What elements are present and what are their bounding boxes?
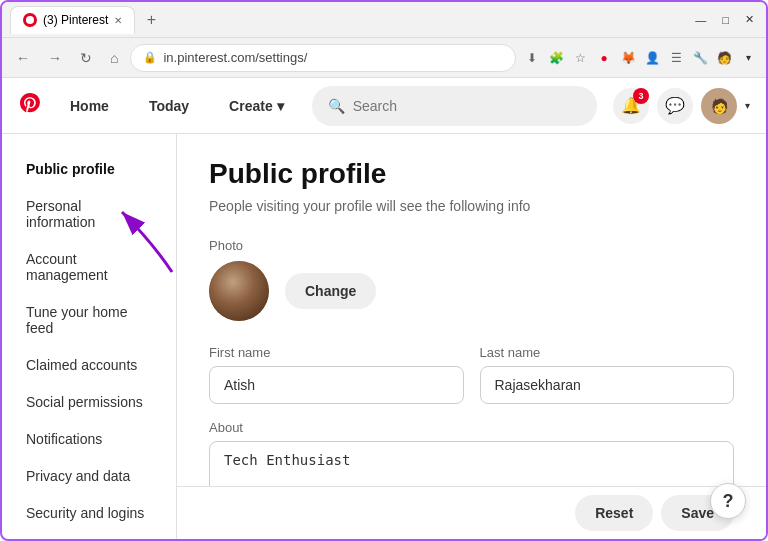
search-input[interactable] — [353, 98, 581, 114]
window-controls: — □ ✕ — [691, 11, 758, 28]
name-form-row: First name Last name — [209, 345, 734, 404]
search-icon: 🔍 — [328, 98, 345, 114]
help-button[interactable]: ? — [710, 483, 746, 519]
tab-favicon — [23, 13, 37, 27]
create-chevron-icon: ▾ — [277, 98, 284, 114]
pinterest-logo[interactable] — [18, 91, 42, 121]
page-title: Public profile — [209, 158, 734, 190]
sidebar-item-claimed-accounts[interactable]: Claimed accounts — [10, 347, 168, 383]
sidebar-item-security-and-logins[interactable]: Security and logins — [10, 495, 168, 531]
puzzle-icon[interactable]: 🔧 — [690, 48, 710, 68]
refresh-button[interactable]: ↻ — [74, 46, 98, 70]
profile-avatar-image — [209, 261, 269, 321]
tab-area: (3) Pinterest ✕ + — [10, 6, 683, 34]
tab-title: (3) Pinterest — [43, 13, 108, 27]
tab-favicon-inner — [26, 16, 34, 24]
account-chevron-icon[interactable]: ▾ — [745, 100, 750, 111]
lock-icon: 🔒 — [143, 51, 157, 64]
about-textarea[interactable]: Tech Enthusiast — [209, 441, 734, 486]
address-bar-icons: ⬇ 🧩 ☆ ● 🦊 👤 ☰ 🔧 🧑 ▾ — [522, 48, 758, 68]
create-nav-button[interactable]: Create ▾ — [217, 90, 296, 122]
about-label: About — [209, 420, 734, 435]
last-name-group: Last name — [480, 345, 735, 404]
tab-close-button[interactable]: ✕ — [114, 15, 122, 26]
back-button[interactable]: ← — [10, 46, 36, 70]
pocket-icon[interactable]: ● — [594, 48, 614, 68]
create-label: Create — [229, 98, 273, 114]
photo-row: Change — [209, 261, 734, 321]
about-group: About Tech Enthusiast — [209, 420, 734, 486]
url-text: in.pinterest.com/settings/ — [163, 50, 503, 65]
address-bar: ← → ↻ ⌂ 🔒 in.pinterest.com/settings/ ⬇ 🧩… — [2, 38, 766, 78]
maximize-button[interactable]: □ — [718, 12, 733, 28]
forward-button[interactable]: → — [42, 46, 68, 70]
sidebar-item-personal-information[interactable]: Personal information — [10, 188, 168, 240]
messages-button[interactable]: 💬 — [657, 88, 693, 124]
sidebar-item-public-profile[interactable]: Public profile — [10, 151, 168, 187]
url-bar[interactable]: 🔒 in.pinterest.com/settings/ — [130, 44, 516, 72]
close-button[interactable]: ✕ — [741, 11, 758, 28]
last-name-input[interactable] — [480, 366, 735, 404]
user-avatar[interactable]: 🧑 — [701, 88, 737, 124]
active-tab[interactable]: (3) Pinterest ✕ — [10, 6, 135, 34]
photo-label: Photo — [209, 238, 734, 253]
new-tab-button[interactable]: + — [139, 8, 163, 32]
minimize-button[interactable]: — — [691, 12, 710, 28]
star-icon[interactable]: ☆ — [570, 48, 590, 68]
pinterest-nav: Home Today Create ▾ 🔍 🔔 3 💬 🧑 ▾ — [2, 78, 766, 134]
reset-button[interactable]: Reset — [575, 495, 653, 531]
content-area: Public profile People visiting your prof… — [177, 134, 766, 486]
first-name-group: First name — [209, 345, 464, 404]
first-name-label: First name — [209, 345, 464, 360]
firefox-icon[interactable]: 🦊 — [618, 48, 638, 68]
content-wrapper: Public profile People visiting your prof… — [177, 134, 766, 539]
sidebar-item-social-permissions[interactable]: Social permissions — [10, 384, 168, 420]
title-bar: (3) Pinterest ✕ + — □ ✕ — [2, 2, 766, 38]
today-nav-link[interactable]: Today — [137, 90, 201, 122]
sidebar-item-privacy-and-data[interactable]: Privacy and data — [10, 458, 168, 494]
notifications-button[interactable]: 🔔 3 — [613, 88, 649, 124]
footer-bar: Reset Save — [177, 486, 766, 539]
download-icon[interactable]: ⬇ — [522, 48, 542, 68]
search-bar[interactable]: 🔍 — [312, 86, 597, 126]
nav-right-icons: 🔔 3 💬 🧑 ▾ — [613, 88, 750, 124]
notification-badge: 3 — [633, 88, 649, 104]
change-photo-button[interactable]: Change — [285, 273, 376, 309]
menu-icon[interactable]: ☰ — [666, 48, 686, 68]
sidebar-item-tune-your-home[interactable]: Tune your home feed — [10, 294, 168, 346]
page-subtitle: People visiting your profile will see th… — [209, 198, 734, 214]
chevron-down-icon[interactable]: ▾ — [738, 48, 758, 68]
first-name-input[interactable] — [209, 366, 464, 404]
user-avatar-icon[interactable]: 🧑 — [714, 48, 734, 68]
last-name-label: Last name — [480, 345, 735, 360]
sidebar-item-account-management[interactable]: Account management — [10, 241, 168, 293]
extensions-icon[interactable]: 🧩 — [546, 48, 566, 68]
home-button[interactable]: ⌂ — [104, 46, 124, 70]
profile-avatar — [209, 261, 269, 321]
sidebar: Public profile Personal information Acco… — [2, 134, 177, 539]
profile-icon[interactable]: 👤 — [642, 48, 662, 68]
sidebar-item-notifications[interactable]: Notifications — [10, 421, 168, 457]
home-nav-link[interactable]: Home — [58, 90, 121, 122]
sidebar-item-branded-content[interactable]: Branded Content — [10, 532, 168, 539]
main-content: Public profile Personal information Acco… — [2, 134, 766, 539]
